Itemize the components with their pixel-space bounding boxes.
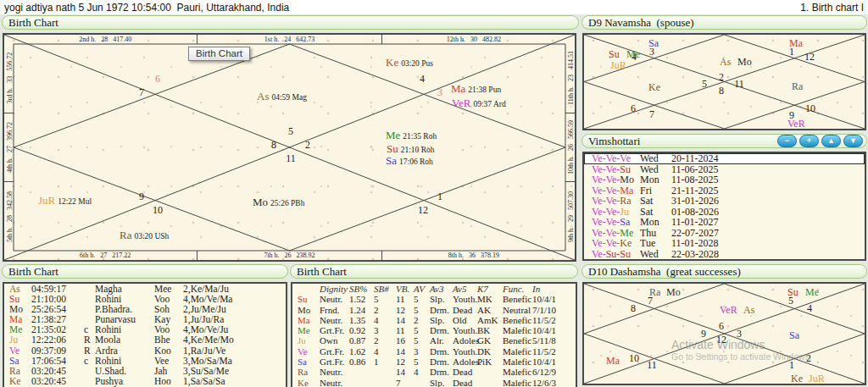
planet-abbr: Ma [789, 37, 803, 49]
planet-abbr: JuR [38, 194, 55, 207]
planet-longitude: 21:35:02 [31, 324, 84, 334]
dasha-down-button[interactable]: ▼ [843, 135, 863, 147]
planet-abbr: Me [626, 48, 640, 60]
planet-lords: 1,Ju/Ju/Ra [183, 314, 224, 324]
planet-label: Sa [648, 36, 659, 49]
panel-d9-header[interactable]: D9 Navamsha (spouse) [581, 15, 867, 30]
dasha-row[interactable]: Ve-Su-Su Wed 22-03-2028 [584, 249, 865, 260]
dignity-row: Mo Frnd.1.24 212 5Drm. DeadAK Neutral7/1… [292, 305, 576, 315]
planet-motion-flag [84, 304, 95, 314]
planet-abbr: JuR [610, 59, 626, 71]
dasha-expand-button[interactable]: + [799, 135, 819, 147]
planet-longitude: 21:10:00 [31, 294, 84, 304]
dignity-table: DignitySB% SB#VB. AVAv3 Av5K7 Func.In Su… [291, 282, 577, 387]
planet-longitude: 21:38:27 [31, 314, 84, 324]
planet-abbr: VeR [787, 118, 805, 130]
planet-degree: 25:26 PBh [270, 199, 304, 207]
planet-abbr: Su [787, 286, 798, 298]
planet-sound: Mee [154, 284, 183, 294]
planet-longitude: 03:20:45 [31, 366, 84, 376]
panel-vimshottari: Vimshottari − + ▲ ▼ Ve-Ve-Ve Wed 20-11-2… [581, 134, 867, 263]
d1-chart[interactable]: 2nd h. 28 417.401st h. 24 642.7312th h. … [3, 33, 576, 262]
planet-row: Sa 17:06:54 c Rohini Vee 3,Mo/Sa/Ma [4, 356, 286, 366]
planet-abbr: Ju [9, 334, 31, 345]
planet-row: Me 21:35:02 c Rohini Voo 4,Mo/Ve/Ju [4, 324, 286, 334]
planet-nakshatra: Moola [95, 334, 154, 345]
planet-label: Su [787, 285, 798, 298]
panel-planet-list-header[interactable]: Birth Chart [2, 264, 288, 279]
d10-chart[interactable]: 785469312101121 RaMoVeRAsSuMeSaMaKeJuR [582, 282, 866, 385]
dasha-collapse-button[interactable]: − [777, 135, 797, 147]
dasha-up-button[interactable]: ▲ [821, 135, 841, 147]
planet-abbr: Su [298, 294, 320, 304]
dasha-weekday: Wed [640, 249, 671, 260]
planet-abbr: Ra [9, 366, 31, 376]
planet-lords: 1,Ra/Ju/Ve [183, 346, 225, 356]
planet-row: Ve 09:37:09 R Ardra Koo 1,Ra/Ju/Ve [4, 346, 286, 356]
planet-lords: 4,Ke/Me/Mo [183, 334, 234, 345]
planet-nakshatra: P.Bhadra. [95, 304, 154, 314]
panel-dignity-header[interactable]: Birth Chart [290, 264, 578, 279]
planet-abbr: Ra [120, 229, 131, 241]
d9-chart[interactable]: 431122511867910 SaSuMeJuRAsMoMaKeRaVeR [582, 33, 866, 130]
planet-degree: 03:20 Pus [401, 59, 433, 68]
d9-planets: SaSuMeJuRAsMoMaKeRaVeR [584, 35, 865, 129]
planet-abbr: Sa [789, 329, 799, 341]
planet-degree: 21:38 Pun [468, 86, 501, 94]
planet-abbr: Ve [298, 346, 320, 357]
dignity-row: Ma Neutr.1.35 414 2Slp. OldAmK Benefic11… [292, 315, 576, 325]
planet-row: Ra 03:20:45 U.Shad. Jah 3,Su/Sa/Me [4, 366, 286, 376]
planet-degree: 17:06 Roh [399, 158, 433, 166]
planet-abbr: VeR [720, 304, 737, 316]
planet-nakshatra: Rohini [95, 294, 154, 304]
dasha-date: 20-11-2024 [671, 153, 719, 164]
planet-abbr: As [743, 304, 754, 316]
planet-motion-flag [84, 294, 95, 304]
planet-label: Ma21:38 Pun [451, 81, 501, 95]
planet-abbr: JuR [809, 373, 825, 384]
planet-nakshatra: Rohini [95, 356, 154, 366]
planet-label: VeR [787, 116, 805, 130]
planet-longitude: 03:20:45 [31, 376, 84, 386]
dignity-row: Sa Grt.Fr.0.86 112 5Drm. Adoles.PiK Male… [292, 357, 576, 367]
planet-longitude: 12:22:06 [31, 334, 84, 345]
dignity-rows: Su Neutr.1.52 511 5Slp. Youth.MK Benefic… [292, 294, 576, 387]
planet-abbr: Ma [9, 314, 31, 324]
planet-lords: 3,Mo/Sa/Ma [183, 356, 232, 366]
planet-abbr: Ma [298, 315, 320, 325]
planet-abbr: Ve [9, 346, 31, 356]
dasha-lords: Ve-Su-Su [592, 249, 640, 260]
planet-abbr: Ra [298, 367, 320, 377]
dignity-row: Ke Neutr. 7 Slp. Dead Malefic12/6/3 [292, 378, 576, 387]
view-title: 1. Birth chart I [800, 2, 864, 14]
planet-abbr: As [257, 90, 269, 102]
planet-row: Ma 21:38:27 Punarvasu Kay 1,Ju/Ju/Ra [4, 314, 286, 324]
panel-d10-dashamsha: D10 Dashamsha (great successes) 78546931… [581, 264, 867, 387]
panel-dignity-table: Birth Chart DignitySB% SB#VB. AVAv3 Av5K… [290, 264, 578, 387]
app-window: yogi adtiya nath 5 Jun 1972 10:54:00 Pau… [0, 0, 868, 387]
planet-label: JuR [809, 371, 825, 384]
planet-nakshatra: U.Shad. [95, 366, 154, 376]
panel-birth-chart-header[interactable]: Birth Chart [2, 15, 579, 30]
panel-d10-header[interactable]: D10 Dashamsha (great successes) [581, 264, 867, 279]
planet-abbr: VeR [452, 97, 470, 109]
planet-degree: 09:37 Ard [473, 100, 505, 108]
dasha-weekday: Mon [640, 174, 671, 185]
planet-label: Ke [648, 80, 660, 93]
planet-longitude: 17:06:54 [31, 356, 84, 366]
planet-abbr: Ju [298, 335, 320, 346]
dignity-row: Ve Grt.Fr.1.62 414 3Drm. Youth.DK Malefi… [292, 346, 576, 357]
planet-abbr: Mo [737, 56, 752, 68]
planet-abbr: Ra [649, 286, 660, 298]
planet-label: As [720, 54, 731, 68]
dasha-list: Ve-Ve-Ve Wed 20-11-2024 Ve-Ve-Su Wed 11-… [582, 152, 866, 261]
planet-label: Me [805, 285, 819, 298]
planet-label: Ma [789, 36, 803, 49]
planet-label: VeR [720, 302, 737, 316]
panel-planet-list: Birth Chart As 04:59:17 Magha Mee 2,Ke/M… [2, 264, 288, 387]
planet-nakshatra: Punarvasu [95, 314, 154, 324]
planet-label: Ke [791, 371, 803, 384]
planet-nakshatra: Magha [95, 284, 154, 294]
planet-label: JuR12:22 Mul [38, 193, 92, 207]
tooltip-birth-chart: Birth Chart [188, 47, 250, 61]
